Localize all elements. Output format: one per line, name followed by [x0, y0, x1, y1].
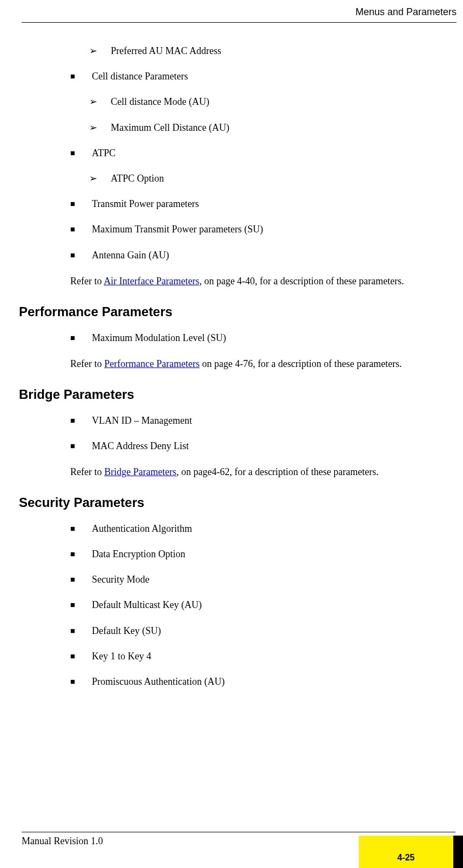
sublist-top: Preferred AU MAC Address	[89, 44, 444, 58]
page-header: Menus and Parameters	[0, 0, 463, 23]
text: on page 4-76, for a description of these…	[199, 358, 401, 369]
list-item: Cell distance Parameters	[70, 70, 444, 83]
list-item: Security Mode	[70, 573, 444, 586]
link-bridge[interactable]: Bridge Parameters	[104, 466, 176, 477]
list-item: Maximum Cell Distance (AU)	[89, 121, 444, 135]
list-item: ATPC	[70, 146, 444, 160]
list-item: Antenna Gain (AU)	[70, 249, 444, 262]
list-item: VLAN ID – Management	[70, 414, 444, 428]
page-footer: Manual Revision 1.0 4-25	[0, 832, 463, 868]
footer-right: 4-25	[359, 836, 463, 868]
page-number: 4-25	[397, 853, 414, 863]
list-item: MAC Address Deny List	[70, 439, 444, 453]
list-item: Data Encryption Option	[70, 547, 444, 561]
paragraph: Refer to Air Interface Parameters, on pa…	[70, 274, 444, 289]
list-bridge: VLAN ID – Management MAC Address Deny Li…	[70, 414, 444, 453]
list-security: Authentication Algorithm Data Encryption…	[70, 522, 444, 689]
list-top: Cell distance Parameters	[70, 70, 444, 83]
list-item: Key 1 to Key 4	[70, 650, 444, 663]
list-item: Cell distance Mode (AU)	[89, 95, 444, 109]
footer-strip	[453, 836, 463, 868]
list-item: Transmit Power parameters	[70, 197, 444, 211]
text: Refer to	[70, 276, 104, 286]
header-title: Menus and Parameters	[22, 6, 457, 22]
page-number-box: 4-25	[359, 836, 453, 868]
list-item: Preferred AU MAC Address	[89, 44, 444, 58]
list-item: ATPC Option	[89, 172, 444, 185]
heading-bridge: Bridge Parameters	[19, 387, 444, 402]
heading-security: Security Parameters	[19, 495, 444, 510]
link-performance[interactable]: Performance Parameters	[104, 358, 199, 369]
paragraph: Refer to Performance Parameters on page …	[70, 357, 444, 372]
list-item: Maximum Transmit Power parameters (SU)	[70, 223, 444, 236]
list-top: Transmit Power parameters Maximum Transm…	[70, 197, 444, 262]
footer-revision: Manual Revision 1.0	[22, 836, 359, 847]
list-top: ATPC	[70, 146, 444, 160]
list-performance: Maximum Modulation Level (SU)	[70, 331, 444, 345]
list-item: Maximum Modulation Level (SU)	[70, 331, 444, 345]
page-content: Preferred AU MAC Address Cell distance P…	[0, 23, 463, 689]
text: Refer to	[70, 466, 104, 477]
list-item: Default Multicast Key (AU)	[70, 598, 444, 612]
text: , on page 4-40, for a description of the…	[199, 276, 404, 286]
text: Refer to	[70, 358, 104, 369]
link-air-interface[interactable]: Air Interface Parameters	[104, 276, 199, 286]
list-item: Authentication Algorithm	[70, 522, 444, 536]
text: , on page4-62, for a description of thes…	[176, 466, 378, 477]
sublist: Cell distance Mode (AU) Maximum Cell Dis…	[89, 95, 444, 134]
sublist: ATPC Option	[89, 172, 444, 185]
list-item: Promiscuous Authentication (AU)	[70, 675, 444, 689]
heading-performance: Performance Parameters	[19, 304, 444, 319]
paragraph: Refer to Bridge Parameters, on page4-62,…	[70, 465, 444, 480]
list-item: Default Key (SU)	[70, 624, 444, 638]
